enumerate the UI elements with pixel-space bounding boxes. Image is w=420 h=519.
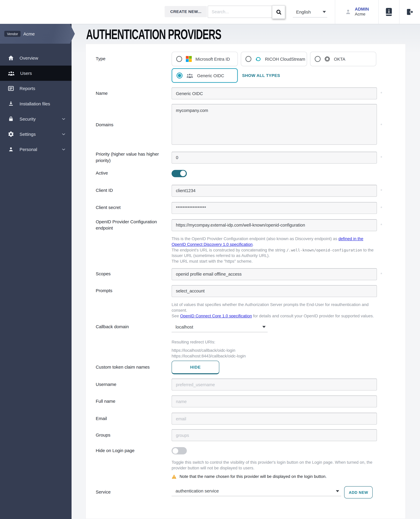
type-option-microsoft-entra-id[interactable]: Microsoft Entra ID	[172, 52, 238, 66]
search-area	[208, 6, 285, 19]
type-row: Type	[96, 52, 388, 66]
client-id-input[interactable]	[172, 185, 377, 197]
scopes-input[interactable]	[172, 268, 377, 280]
hide-button[interactable]: HIDE	[172, 361, 219, 374]
language-value: English	[296, 9, 311, 14]
show-all-types-link[interactable]: SHOW ALL TYPES	[242, 73, 280, 78]
callback-domain-value: localhost	[176, 324, 193, 329]
top-bar: CREATE NEW... English	[0, 0, 420, 24]
chevron-down-icon	[262, 326, 266, 328]
username-input[interactable]	[172, 379, 377, 391]
prompts-row: Prompts	[96, 285, 388, 297]
type-option-label: Generic OIDC	[197, 73, 224, 78]
prompts-input[interactable]	[172, 285, 377, 297]
endpoint-help-text: This is the OpenID Provider Configuratio…	[172, 236, 377, 264]
users-group-icon	[8, 70, 15, 76]
radio-icon	[246, 56, 251, 62]
radio-checked-icon	[177, 73, 183, 79]
sidebar-item-security[interactable]: Security	[0, 111, 72, 127]
priority-label: Priority (higher value has higher priori…	[96, 151, 172, 164]
documentation-button[interactable]	[378, 0, 399, 24]
form-card: Type	[85, 44, 406, 519]
toggle-knob	[180, 171, 186, 176]
code-snippet: /.well-known/openid-configuration	[286, 248, 362, 252]
required-marker: *	[381, 155, 382, 160]
scopes-label: Scopes	[96, 271, 172, 277]
search-button[interactable]	[272, 5, 285, 19]
gear-icon	[8, 131, 14, 137]
search-input[interactable]	[208, 6, 272, 18]
sidebar-item-reports[interactable]: Reports	[0, 81, 72, 96]
hide-on-login-help-text: Toggle this switch to control the visibi…	[172, 460, 377, 471]
chevron-down-icon	[323, 11, 326, 13]
chevron-down-icon	[336, 490, 339, 492]
vendor-badge: Vendor	[4, 31, 21, 37]
ricoh-cloudstream-logo-icon	[255, 56, 261, 62]
microsoft-logo-icon	[186, 56, 192, 62]
hide-on-login-label: Hide on Login page	[96, 448, 172, 454]
create-new-button[interactable]: CREATE NEW...	[165, 6, 207, 17]
language-select[interactable]: English	[293, 7, 327, 17]
required-marker: *	[381, 271, 382, 277]
type-option-generic-oidc[interactable]: Generic OIDC	[172, 68, 238, 83]
endpoint-label: OpenID Provider Configuration endpoint	[96, 219, 172, 231]
sidebar-item-label: Reports	[20, 86, 35, 91]
type-option-label: Microsoft Entra ID	[195, 56, 230, 61]
full-name-label: Full name	[96, 399, 172, 405]
redirect-uris-title: Resulting redirect URIs:	[172, 339, 377, 345]
help-text: The URL must start with the "https" sche…	[172, 258, 377, 264]
prompts-help-text: List of values that specifies whether th…	[172, 302, 377, 319]
callback-domain-select[interactable]: localhost	[172, 322, 268, 332]
endpoint-input[interactable]	[172, 219, 377, 231]
reports-icon	[8, 85, 14, 92]
service-select[interactable]: authentication service	[172, 486, 341, 496]
type-option-ricoh-cloudstream[interactable]: RICOH CloudStream	[241, 52, 307, 66]
user-menu[interactable]: ADMIN Acme	[335, 0, 378, 24]
sidebar-item-label: Settings	[20, 132, 36, 136]
hide-on-login-toggle[interactable]	[172, 447, 187, 455]
full-name-input[interactable]	[172, 396, 377, 407]
lock-icon	[8, 116, 14, 122]
email-row: Email	[96, 413, 388, 425]
user-avatar-icon	[345, 8, 352, 16]
required-marker: *	[381, 122, 382, 128]
username-label: Username	[96, 382, 172, 388]
sidebar-item-settings[interactable]: Settings	[0, 127, 72, 142]
domains-textarea[interactable]: mycompany.com	[172, 104, 377, 145]
email-input[interactable]	[172, 413, 377, 425]
sidebar-item-label: Installation files	[20, 101, 50, 106]
page-title: AUTHENTICATION PROVIDERS	[86, 27, 221, 42]
groups-input[interactable]	[172, 429, 377, 441]
vendor-name: Acme	[23, 31, 35, 36]
custom-claims-label: Custom token claim names	[96, 364, 172, 371]
name-input[interactable]	[172, 88, 377, 99]
priority-input[interactable]	[172, 151, 377, 164]
client-id-label: Client ID	[96, 188, 172, 194]
help-text: for details and consult your OpenID prov…	[252, 314, 374, 318]
chevron-down-icon	[61, 147, 66, 152]
client-id-row: Client ID *	[96, 185, 388, 197]
logout-button[interactable]	[399, 0, 420, 24]
sidebar-item-personal[interactable]: Personal	[0, 142, 72, 157]
type-option-okta[interactable]: OKTA	[310, 52, 376, 66]
active-row: Active	[96, 170, 388, 177]
header-right: ADMIN Acme	[335, 0, 420, 24]
required-marker: *	[381, 91, 382, 96]
add-new-button[interactable]: ADD NEW	[344, 486, 373, 499]
client-secret-row: Client secret *	[96, 202, 388, 214]
chevron-down-icon	[61, 116, 66, 122]
radio-icon	[315, 56, 321, 62]
active-toggle[interactable]	[172, 170, 187, 177]
logout-icon	[406, 8, 414, 16]
domains-label: Domains	[96, 122, 172, 128]
hide-on-login-row: Hide on Login page	[96, 447, 388, 455]
full-name-row: Full name	[96, 396, 388, 407]
endpoint-row: OpenID Provider Configuration endpoint *	[96, 219, 388, 231]
client-secret-input[interactable]	[172, 202, 377, 214]
sidebar-item-users[interactable]: Users	[0, 66, 72, 81]
sidebar-item-installation-files[interactable]: Installation files	[0, 96, 72, 111]
prompts-help-row: List of values that specifies whether th…	[96, 302, 388, 319]
required-marker: *	[381, 188, 382, 194]
sidebar-item-overview[interactable]: Overview	[0, 50, 72, 66]
core-spec-link[interactable]: OpenID Connect Core 1.0 specification	[180, 314, 252, 318]
